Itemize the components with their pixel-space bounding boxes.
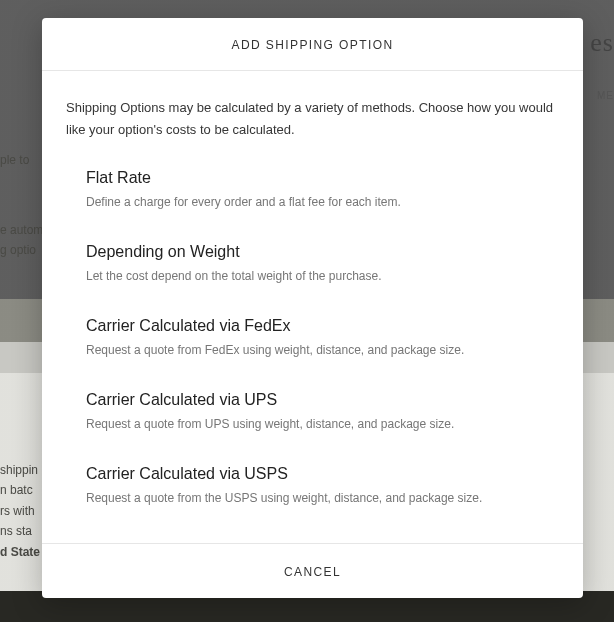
option-title: Depending on Weight — [86, 243, 559, 261]
option-carrier-usps[interactable]: Carrier Calculated via USPS Request a qu… — [86, 465, 559, 507]
bg-text-bottom-line2: n batc — [0, 480, 40, 500]
bg-text-bottom-line3: rs with — [0, 501, 40, 521]
modal-header: ADD SHIPPING OPTION — [42, 18, 583, 71]
option-title: Carrier Calculated via UPS — [86, 391, 559, 409]
modal-intro: Shipping Options may be calculated by a … — [66, 97, 559, 141]
bg-text-mid-line2: g optio — [0, 240, 43, 260]
bg-text-bottom-line5: d State — [0, 542, 40, 562]
bg-text-bottom: shippin n batc rs with ns sta d State — [0, 460, 40, 562]
bg-logo-fragment: es — [590, 28, 614, 58]
modal-body: Shipping Options may be calculated by a … — [42, 71, 583, 543]
cancel-button[interactable]: CANCEL — [284, 565, 341, 579]
bg-text-mid-line1: e autom — [0, 220, 43, 240]
modal-title: ADD SHIPPING OPTION — [66, 38, 559, 52]
option-desc: Define a charge for every order and a fl… — [86, 193, 559, 211]
option-carrier-fedex[interactable]: Carrier Calculated via FedEx Request a q… — [86, 317, 559, 359]
shipping-options-list: Flat Rate Define a charge for every orde… — [66, 169, 559, 507]
option-depending-on-weight[interactable]: Depending on Weight Let the cost depend … — [86, 243, 559, 285]
option-title: Carrier Calculated via FedEx — [86, 317, 559, 335]
bg-text-top: ple to — [0, 150, 29, 170]
add-shipping-option-modal: ADD SHIPPING OPTION Shipping Options may… — [42, 18, 583, 598]
bg-text-bottom-line1: shippin — [0, 460, 40, 480]
option-desc: Request a quote from the USPS using weig… — [86, 489, 559, 507]
option-flat-rate[interactable]: Flat Rate Define a charge for every orde… — [86, 169, 559, 211]
bg-logo-text: es — [590, 28, 614, 57]
option-title: Carrier Calculated via USPS — [86, 465, 559, 483]
option-title: Flat Rate — [86, 169, 559, 187]
option-desc: Request a quote from UPS using weight, d… — [86, 415, 559, 433]
bg-text-bottom-line4: ns sta — [0, 521, 40, 541]
bg-nav-fragment: ME — [597, 90, 614, 101]
bg-text-mid: e autom g optio — [0, 220, 43, 261]
option-carrier-ups[interactable]: Carrier Calculated via UPS Request a quo… — [86, 391, 559, 433]
option-desc: Let the cost depend on the total weight … — [86, 267, 559, 285]
modal-footer: CANCEL — [42, 543, 583, 598]
option-desc: Request a quote from FedEx using weight,… — [86, 341, 559, 359]
